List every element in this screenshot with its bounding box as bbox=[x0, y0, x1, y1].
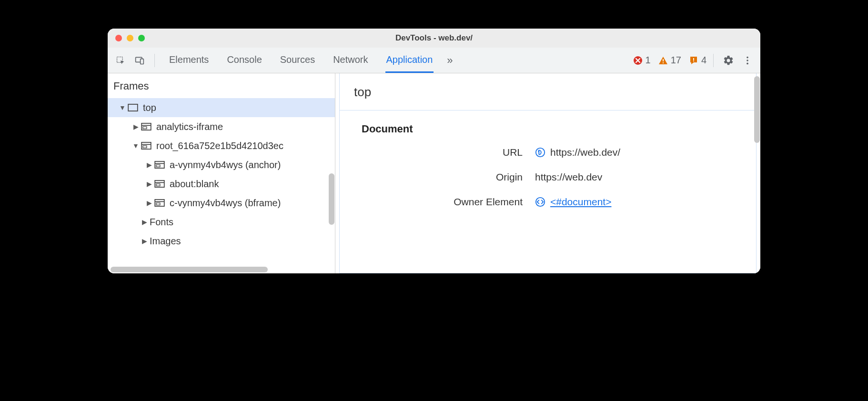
iframe-icon bbox=[141, 123, 151, 130]
tree-item-label: c-vynmy4vb4wys (bframe) bbox=[170, 198, 281, 209]
detail-title: top bbox=[340, 73, 756, 110]
toolbar-divider bbox=[713, 54, 714, 67]
detail-row-owner: Owner Element <#document> bbox=[340, 190, 756, 214]
disclosure-triangle-icon[interactable]: ▶ bbox=[146, 199, 152, 207]
close-window-button[interactable] bbox=[115, 35, 122, 41]
reveal-in-elements-icon[interactable] bbox=[535, 197, 545, 207]
console-counts: 1 17 4 bbox=[633, 55, 707, 66]
tab-elements[interactable]: Elements bbox=[168, 48, 210, 73]
svg-rect-23 bbox=[156, 184, 160, 186]
titlebar: DevTools - web.dev/ bbox=[108, 29, 760, 48]
iframe-icon bbox=[154, 180, 165, 188]
main-vertical-scrollbar[interactable] bbox=[754, 76, 760, 143]
tab-application[interactable]: Application bbox=[385, 48, 434, 73]
detail-value-url[interactable]: https://web.dev/ bbox=[550, 147, 620, 158]
disclosure-triangle-icon[interactable]: ▶ bbox=[132, 123, 139, 130]
tree-item-about-blank[interactable]: ▶ about:blank bbox=[108, 174, 335, 193]
toolbar-divider bbox=[154, 54, 155, 67]
device-toolbar-icon[interactable] bbox=[131, 52, 148, 69]
svg-rect-7 bbox=[693, 60, 694, 61]
warning-icon bbox=[658, 56, 668, 65]
disclosure-triangle-icon[interactable]: ▼ bbox=[132, 142, 139, 150]
error-icon bbox=[633, 56, 643, 65]
issues-count-value: 4 bbox=[701, 55, 707, 66]
iframe-icon bbox=[141, 142, 151, 150]
iframe-icon bbox=[154, 161, 165, 169]
content-split: Frames ▼ top ▶ analytics-iframe ▼ root_6… bbox=[108, 73, 760, 273]
detail-value-owner-link[interactable]: <#document> bbox=[550, 196, 611, 208]
svg-rect-26 bbox=[156, 203, 160, 205]
tree-item-label: top bbox=[143, 102, 156, 113]
svg-point-27 bbox=[536, 148, 545, 157]
detail-key: Origin bbox=[340, 171, 535, 183]
traffic-lights bbox=[115, 35, 145, 41]
minimize-window-button[interactable] bbox=[127, 35, 133, 41]
tree-item-label: about:blank bbox=[170, 179, 219, 190]
disclosure-triangle-icon[interactable]: ▼ bbox=[119, 104, 126, 111]
detail-section-heading: Document bbox=[340, 110, 756, 140]
tab-network[interactable]: Network bbox=[332, 48, 369, 73]
frames-tree: ▼ top ▶ analytics-iframe ▼ root_616a752e… bbox=[108, 98, 335, 251]
errors-count-value: 1 bbox=[646, 55, 651, 66]
devtools-window: DevTools - web.dev/ Elements Console Sou… bbox=[108, 29, 760, 273]
svg-point-9 bbox=[747, 60, 748, 61]
tree-item-anchor[interactable]: ▶ a-vynmy4vb4wys (anchor) bbox=[108, 155, 335, 174]
sidebar-horizontal-scrollbar[interactable] bbox=[111, 267, 268, 272]
tree-item-label: root_616a752e1b5d4210d3ec bbox=[156, 140, 283, 151]
tabs-overflow-button[interactable]: » bbox=[447, 54, 453, 67]
tab-console[interactable]: Console bbox=[226, 48, 262, 73]
sidebar-heading: Frames bbox=[108, 73, 335, 98]
frame-detail-pane: top Document URL https://web.dev/ Origin… bbox=[335, 73, 760, 273]
tree-item-top[interactable]: ▼ top bbox=[108, 98, 335, 117]
disclosure-triangle-icon[interactable]: ▶ bbox=[146, 161, 152, 169]
svg-rect-17 bbox=[143, 146, 147, 148]
issues-icon bbox=[689, 56, 698, 65]
svg-point-10 bbox=[747, 62, 748, 64]
svg-rect-11 bbox=[128, 104, 138, 111]
svg-rect-6 bbox=[693, 58, 694, 60]
frame-icon bbox=[128, 104, 138, 111]
inspect-element-icon[interactable] bbox=[112, 52, 129, 69]
tab-sources[interactable]: Sources bbox=[279, 48, 316, 73]
detail-key: Owner Element bbox=[340, 196, 535, 208]
zoom-window-button[interactable] bbox=[138, 35, 145, 41]
detail-key: URL bbox=[340, 147, 535, 158]
kebab-menu-icon[interactable] bbox=[739, 52, 756, 69]
svg-rect-5 bbox=[663, 62, 664, 63]
svg-rect-20 bbox=[156, 165, 160, 167]
tree-item-bframe[interactable]: ▶ c-vynmy4vb4wys (bframe) bbox=[108, 193, 335, 212]
network-request-icon[interactable] bbox=[535, 147, 545, 158]
frames-sidebar: Frames ▼ top ▶ analytics-iframe ▼ root_6… bbox=[108, 73, 335, 273]
tree-item-analytics-iframe[interactable]: ▶ analytics-iframe bbox=[108, 117, 335, 136]
warnings-count[interactable]: 17 bbox=[658, 55, 681, 66]
svg-point-8 bbox=[747, 56, 748, 58]
svg-rect-2 bbox=[141, 59, 144, 64]
detail-row-url: URL https://web.dev/ bbox=[340, 140, 756, 165]
disclosure-triangle-icon[interactable]: ▶ bbox=[146, 180, 152, 188]
tree-item-label: Fonts bbox=[150, 217, 173, 228]
disclosure-triangle-icon[interactable]: ▶ bbox=[141, 218, 148, 226]
sidebar-vertical-scrollbar[interactable] bbox=[329, 173, 334, 225]
tree-item-label: analytics-iframe bbox=[156, 121, 223, 132]
tree-item-label: a-vynmy4vb4wys (anchor) bbox=[170, 160, 281, 170]
panel-tabs: Elements Console Sources Network Applica… bbox=[168, 48, 434, 73]
tree-item-label: Images bbox=[150, 236, 181, 247]
tree-item-images[interactable]: ▶ Images bbox=[108, 231, 335, 251]
warnings-count-value: 17 bbox=[671, 55, 681, 66]
svg-rect-4 bbox=[663, 59, 664, 61]
tree-item-fonts[interactable]: ▶ Fonts bbox=[108, 212, 335, 231]
detail-value-origin: https://web.dev bbox=[535, 171, 602, 183]
devtools-toolbar: Elements Console Sources Network Applica… bbox=[108, 48, 760, 73]
settings-icon[interactable] bbox=[720, 52, 737, 69]
tree-item-root[interactable]: ▼ root_616a752e1b5d4210d3ec bbox=[108, 136, 335, 155]
errors-count[interactable]: 1 bbox=[633, 55, 651, 66]
issues-count[interactable]: 4 bbox=[689, 55, 707, 66]
detail-row-origin: Origin https://web.dev bbox=[340, 165, 756, 190]
svg-rect-14 bbox=[143, 127, 147, 129]
disclosure-triangle-icon[interactable]: ▶ bbox=[141, 237, 148, 245]
iframe-icon bbox=[154, 199, 165, 207]
window-title: DevTools - web.dev/ bbox=[108, 33, 760, 43]
